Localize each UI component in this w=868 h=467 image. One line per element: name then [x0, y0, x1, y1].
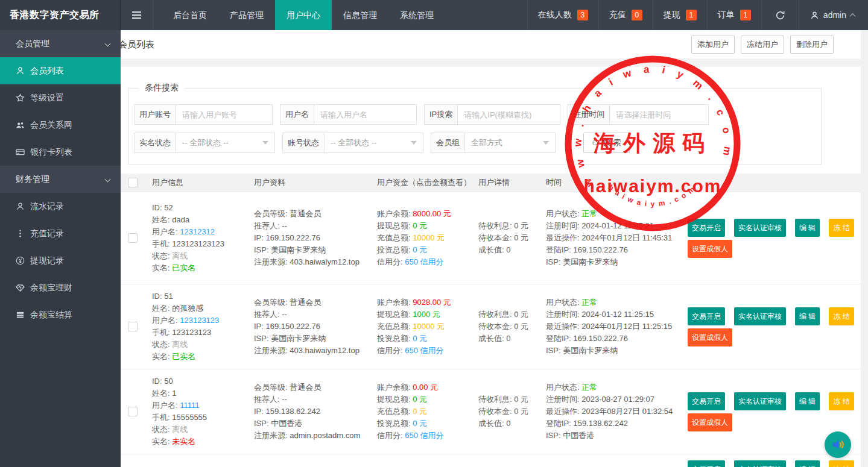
action-button-交易开启[interactable]: 交易开启: [688, 307, 725, 325]
profile-line: 注册来源: 403.haiwaiym12.top: [254, 345, 377, 357]
sidebar-item-银行卡列表[interactable]: 银行卡列表: [0, 139, 121, 166]
info-line: ID: 52: [152, 202, 254, 214]
page-action-3[interactable]: 删除用户: [790, 36, 834, 54]
action-button-实名认证审核[interactable]: 实名认证审核: [734, 460, 786, 467]
nav-item-4[interactable]: 信息管理: [332, 0, 388, 30]
nav-item-5[interactable]: 系统管理: [388, 0, 445, 30]
funds-line: 投资总额: 0 元: [377, 418, 478, 430]
row-checkbox[interactable]: [128, 322, 138, 331]
field-label: 状态:: [152, 251, 172, 260]
action-button-冻 结[interactable]: 冻 结: [829, 460, 854, 467]
sidebar-section-2[interactable]: 财务管理: [0, 166, 121, 193]
sidebar-section-1[interactable]: 会员管理: [0, 30, 121, 57]
field-value[interactable]: 123123123: [180, 316, 219, 325]
field-value: 普通会员: [290, 298, 321, 307]
action-button-交易开启[interactable]: 交易开启: [688, 392, 725, 410]
field-value: 159.138.62.242: [574, 419, 628, 428]
nav-stat-2[interactable]: 充值0: [598, 0, 653, 30]
sidebar-item-流水记录[interactable]: 流水记录: [0, 193, 121, 220]
search-button[interactable]: 搜 索: [583, 133, 630, 153]
field-value[interactable]: 8000.00 元: [413, 209, 451, 218]
user-menu[interactable]: admin: [799, 0, 868, 30]
field-value[interactable]: 10000 元: [413, 233, 445, 242]
time-line: 用户状态: 正常: [546, 296, 688, 309]
action-button-编 辑[interactable]: 编 辑: [795, 392, 820, 410]
field-value[interactable]: 12312312: [180, 227, 215, 236]
field-value[interactable]: 0 元: [413, 334, 427, 343]
sidebar-item-等级设置[interactable]: 等级设置: [0, 84, 121, 111]
refresh-icon[interactable]: [761, 0, 799, 30]
action-button-实名认证审核[interactable]: 实名认证审核: [734, 219, 786, 237]
sidebar-item-会员关系网[interactable]: 会员关系网: [0, 111, 121, 139]
sidebar-item-提现记录[interactable]: 提现记录: [0, 247, 121, 274]
nav-stat-3[interactable]: 提现1: [653, 0, 707, 30]
field-value[interactable]: 0 元: [413, 419, 427, 428]
sidebar-item-会员列表[interactable]: 会员列表: [0, 57, 121, 84]
nav-stat-4[interactable]: 订单1: [707, 0, 761, 30]
select-1[interactable]: -- 全部状态 --: [176, 133, 275, 153]
select-3[interactable]: 全部方式: [465, 133, 556, 153]
search-input-1[interactable]: [176, 104, 273, 125]
field-label: 推荐人:: [254, 221, 282, 230]
info-line: 用户名: 11111: [152, 400, 254, 412]
action-button-交易开启[interactable]: 交易开启: [688, 460, 725, 467]
sidebar-item-余额宝理财[interactable]: 余额宝理财: [0, 274, 121, 301]
field-label: 投资总额:: [377, 245, 413, 254]
sidebar-item-充值记录[interactable]: 充值记录: [0, 220, 121, 247]
search-input-3[interactable]: [458, 104, 560, 125]
select-arrow-icon: [411, 141, 417, 145]
field-value[interactable]: 11111: [180, 401, 199, 410]
page-action-1[interactable]: 添加用户: [691, 36, 735, 54]
row-checkbox[interactable]: [128, 233, 138, 243]
field-label: 推荐人:: [254, 395, 282, 404]
field-value: 美国南卡罗来纳: [271, 245, 326, 254]
action-button-冻 结[interactable]: 冻 结: [829, 307, 854, 325]
info-line: 姓名: dada: [152, 214, 254, 226]
field-value[interactable]: 650 信用分: [405, 431, 443, 440]
field-value: 52: [164, 203, 173, 212]
sound-float-button[interactable]: [825, 431, 851, 458]
action-button-交易开启[interactable]: 交易开启: [688, 219, 725, 237]
field-label: 用户名:: [152, 227, 180, 236]
action-button-设置成假人[interactable]: 设置成假人: [688, 328, 732, 346]
search-group-用户账号: 用户账号: [134, 104, 273, 125]
action-button-编 辑[interactable]: 编 辑: [795, 460, 820, 467]
user-icon: [16, 66, 25, 75]
field-value[interactable]: 0 元: [413, 245, 427, 254]
field-value[interactable]: 0.00 元: [413, 383, 438, 392]
row-checkbox[interactable]: [128, 407, 138, 416]
card-icon: [16, 148, 25, 157]
nav-item-3[interactable]: 用户中心: [275, 0, 332, 30]
action-button-实名认证审核[interactable]: 实名认证审核: [734, 392, 786, 410]
field-value[interactable]: 1000 元: [413, 310, 440, 319]
search-input-4[interactable]: [610, 104, 709, 125]
cell-actions: 交易开启实名认证审核编 辑冻 结设置成假人: [688, 290, 861, 363]
field-value[interactable]: 0 元: [413, 221, 427, 230]
action-button-冻 结[interactable]: 冻 结: [829, 219, 854, 237]
nav-item-2[interactable]: 产品管理: [218, 0, 275, 30]
nav-item-1[interactable]: 后台首页: [162, 0, 218, 30]
nav-stat-label: 订单: [718, 10, 735, 20]
field-value[interactable]: 0 元: [413, 395, 427, 404]
page-action-2[interactable]: 冻结用户: [741, 36, 784, 54]
select-all-checkbox[interactable]: [128, 178, 138, 187]
field-value[interactable]: 9028.00 元: [413, 298, 451, 307]
field-value[interactable]: 650 信用分: [405, 257, 443, 266]
action-button-冻 结[interactable]: 冻 结: [829, 392, 854, 410]
action-button-编 辑[interactable]: 编 辑: [795, 219, 820, 237]
field-value: 0 元: [514, 310, 528, 319]
field-value[interactable]: 10000 元: [413, 322, 445, 331]
action-button-设置成假人[interactable]: 设置成假人: [688, 413, 732, 431]
action-button-设置成假人[interactable]: 设置成假人: [688, 240, 732, 258]
nav-stat-1[interactable]: 在线人数3: [527, 0, 598, 30]
search-icon: [592, 139, 600, 147]
field-value[interactable]: 650 信用分: [405, 346, 443, 355]
search-input-2[interactable]: [314, 104, 417, 125]
field-value[interactable]: 0 元: [413, 407, 427, 416]
select-2[interactable]: -- 全部状态 --: [325, 133, 423, 153]
field-value: 169.150.222.76: [266, 322, 320, 331]
action-button-编 辑[interactable]: 编 辑: [795, 307, 820, 325]
action-button-实名认证审核[interactable]: 实名认证审核: [734, 307, 786, 325]
sidebar-item-余额宝结算[interactable]: 余额宝结算: [0, 301, 121, 328]
hamburger-menu-icon[interactable]: [121, 0, 153, 30]
